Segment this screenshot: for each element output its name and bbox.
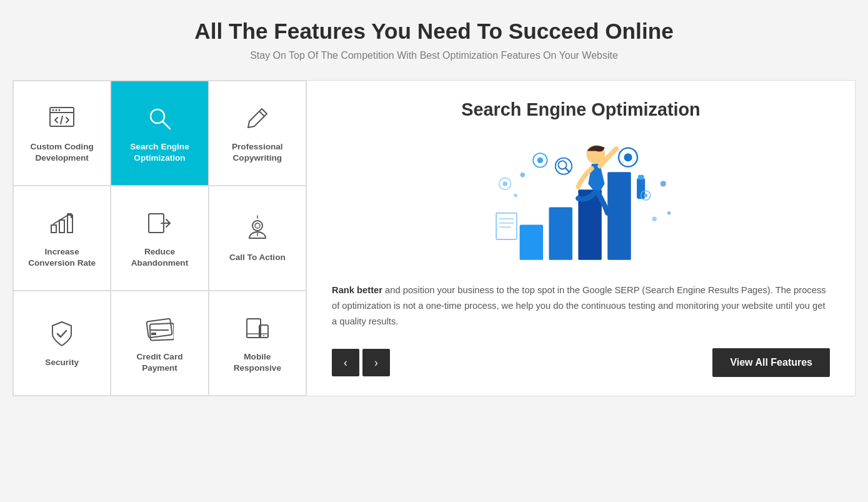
nav-buttons: ‹ › (332, 349, 390, 376)
feature-cell-label-abandonment: ReduceAbandonment (131, 246, 188, 268)
mobile-icon (242, 313, 273, 344)
touch-icon (242, 213, 273, 244)
svg-point-53 (667, 211, 671, 215)
feature-cell-copywriting[interactable]: ProfessionalCopywriting (209, 81, 306, 186)
feature-cell-label-mobile: MobileResponsive (234, 351, 281, 373)
feature-cell-label-payment: Credit CardPayment (136, 351, 182, 373)
feature-cell-custom-coding[interactable]: Custom CodingDevelopment (13, 81, 111, 186)
feature-cell-seo[interactable]: Search EngineOptimization (111, 81, 208, 186)
svg-point-52 (514, 194, 517, 198)
detail-description-bold: Rank better (332, 285, 382, 295)
detail-panel: Search Engine Optimization (307, 81, 855, 396)
nav-next-button[interactable]: › (362, 349, 390, 376)
svg-line-8 (259, 111, 264, 116)
svg-rect-27 (519, 225, 543, 260)
feature-cell-label-cta: Call To Action (229, 252, 286, 263)
svg-point-15 (255, 223, 260, 228)
page-subtitle: Stay On Top Of The Competition With Best… (12, 50, 856, 61)
svg-rect-21 (151, 333, 156, 335)
feature-cell-cta[interactable]: Call To Action (209, 186, 306, 291)
detail-title: Search Engine Optimization (332, 99, 830, 120)
svg-line-7 (162, 121, 170, 129)
svg-point-42 (644, 194, 647, 198)
svg-rect-22 (247, 319, 261, 338)
feature-cell-label-seo: Search EngineOptimization (130, 141, 189, 163)
svg-rect-33 (496, 213, 517, 239)
svg-rect-30 (607, 172, 631, 260)
detail-description-rest: and position your business to the top sp… (332, 285, 826, 326)
feature-cell-security[interactable]: Security (13, 291, 111, 396)
exit-icon (144, 208, 175, 239)
feature-cell-payment[interactable]: Credit CardPayment (111, 291, 208, 396)
svg-point-14 (252, 221, 262, 231)
svg-rect-32 (637, 175, 643, 180)
feature-cell-mobile[interactable]: MobileResponsive (209, 291, 306, 396)
svg-point-2 (52, 109, 54, 111)
page-title: All The Features You Need To Succeed Onl… (12, 19, 856, 44)
svg-line-5 (61, 116, 62, 124)
svg-point-38 (537, 158, 542, 163)
main-container: Custom CodingDevelopment Search EngineOp… (12, 80, 856, 396)
feature-cell-label-copywriting: ProfessionalCopywriting (232, 141, 283, 163)
svg-point-3 (56, 109, 57, 111)
detail-footer: ‹ › View All Features (332, 348, 830, 377)
pencil-icon (242, 103, 273, 134)
code-icon (46, 103, 77, 134)
search-icon (144, 103, 175, 134)
svg-rect-9 (51, 225, 56, 233)
feature-cell-label-custom-coding: Custom CodingDevelopment (31, 141, 94, 163)
nav-prev-button[interactable]: ‹ (332, 349, 359, 376)
page-wrapper: All The Features You Need To Succeed Onl… (0, 0, 868, 409)
page-header: All The Features You Need To Succeed Onl… (12, 19, 856, 61)
feature-cell-conversion[interactable]: IncreaseConversion Rate (13, 186, 111, 291)
svg-point-40 (624, 153, 632, 161)
svg-point-51 (652, 216, 657, 221)
detail-illustration (332, 133, 830, 270)
card-icon (144, 313, 175, 344)
svg-point-26 (263, 335, 264, 336)
svg-rect-28 (549, 207, 572, 259)
seo-illustration (487, 133, 675, 270)
feature-grid: Custom CodingDevelopment Search EngineOp… (13, 81, 307, 396)
svg-line-47 (565, 168, 569, 173)
view-all-button[interactable]: View All Features (712, 348, 830, 377)
svg-point-49 (520, 173, 525, 178)
feature-cell-label-conversion: IncreaseConversion Rate (28, 246, 96, 268)
feature-cell-label-security: Security (45, 357, 79, 368)
chart-icon (46, 208, 77, 239)
svg-point-44 (502, 181, 507, 186)
svg-rect-10 (59, 220, 64, 233)
svg-point-4 (59, 109, 61, 111)
svg-point-50 (660, 181, 666, 186)
detail-description: Rank better and position your business t… (332, 283, 830, 329)
shield-icon (46, 318, 77, 349)
feature-cell-abandonment[interactable]: ReduceAbandonment (111, 186, 208, 291)
